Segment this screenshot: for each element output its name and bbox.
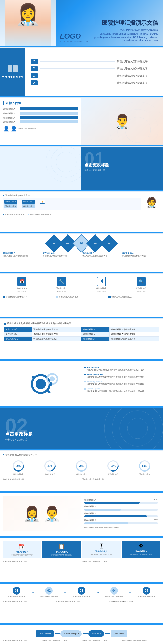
logo-subtitle: The Website has channels as China	[60, 40, 88, 42]
person-left: 👩‍⚕️ 👨‍⚕️	[3, 496, 82, 531]
gear-desc-1: 请在此处输入您的标题文字内容请在此处输入您的标题文字内容	[87, 368, 144, 371]
gear-label-3: Rotating Motion 请在此处输入您的标题文字内容请在此处输入您的标题…	[84, 380, 158, 386]
gear-title-4: Gyrate Speed	[87, 388, 144, 390]
stat-row-4: 请在此处输入 60%	[84, 519, 158, 524]
chain-connector-2	[83, 633, 88, 634]
person-icon-large: 👩‍⚕️	[23, 505, 41, 522]
diamond-4: →	[100, 234, 118, 253]
flow-arrow-3: →	[18, 205, 21, 208]
sq-2	[56, 296, 58, 298]
chain-connector-3	[105, 633, 110, 634]
gear-title-1: Transmission	[87, 366, 144, 368]
chain-label-4: Distribution	[114, 633, 124, 635]
icon-bar-1	[8, 65, 12, 72]
svg-point-3	[56, 152, 76, 172]
stat-row-1: 请在此处输入 75%	[84, 498, 158, 504]
gauge-desc-2: 请在此处输入您的标题文字	[82, 478, 161, 481]
flow-box-5: 请在此处输入	[22, 204, 35, 208]
stat-val-2: 50%	[154, 505, 158, 508]
content-line-1	[40, 61, 115, 62]
svg-point-7	[36, 379, 46, 389]
content-item-4: 04 请在此处输入您的标题文字	[31, 80, 158, 85]
contents-label: CONTENTS	[2, 75, 24, 79]
svg-rect-12	[31, 382, 33, 386]
gauge-desc-1: 请在此处输入您的标题文字	[3, 478, 81, 481]
steps-desc-row: 请在此处输入您的标题文字内容 请在此处输入您的标题文字内容 请在此处输入您的标题…	[3, 598, 160, 603]
cell-1-3: 请在此处输入	[82, 327, 109, 332]
slide-info-doctor: 汇报入院填 请在此处输入 请在此处输入 请在此处输入 请在此处输入	[0, 97, 163, 145]
icon-cards-grid: 📅 请在此处输入 请在此处输入您的标题文字内容 📋 请在此处输入 请在此处输入您…	[3, 541, 160, 558]
gauge-label-1: 请在此处输入	[13, 473, 24, 476]
step-label-4: 请在此处输入您的标题	[105, 595, 123, 598]
cell-1-4: 请在此处输入您的标题文字	[109, 327, 159, 332]
chain-label-1: Raw Material	[39, 633, 51, 635]
step-num-1: 01	[13, 587, 20, 595]
svg-text:60%: 60%	[16, 465, 21, 467]
content-text-3: 请在此处输入您的标题文字	[117, 74, 158, 78]
content-num-3: 03	[31, 73, 38, 78]
steps-desc-1: 请在此处输入您的标题文字内容	[3, 600, 54, 603]
icon-cell-2: 🔧 请在此处输入 标题文字内容	[43, 277, 80, 293]
chain-desc-1: 请在此处输入您的标题文字内容	[3, 639, 41, 642]
stat-bar-fill-2	[84, 509, 121, 511]
step-4: 04 请在此处输入您的标题	[100, 587, 128, 598]
info-label-3: 请在此处输入	[3, 116, 18, 119]
content-num-2: 02	[31, 66, 38, 71]
icon-label-2: 请在此处输入	[56, 287, 67, 290]
gauge-label-4: 请在此处输入	[108, 473, 118, 476]
diamond-labels: 请在此处输入 请在此处输入您的标题文字内容 请在此处输入 请在此处输入您的标题文…	[3, 252, 160, 257]
svg-text:40%: 40%	[47, 465, 52, 467]
content-num-1: 01	[31, 59, 38, 64]
bottom-label-row: 请在此处输入您的标题文字 请在此处输入您的标题文字 请在此处输入您的标题文字	[3, 295, 160, 298]
flow-box-1: 请在此处输入	[4, 200, 17, 204]
diamond-label-3: 请在此处输入 请在此处输入您的标题文字内容	[82, 252, 120, 257]
stat-val-1: 75%	[154, 498, 158, 501]
bottom-label-3: 请在此处输入您的标题文字	[108, 295, 160, 298]
accent-sq-1	[3, 195, 4, 196]
sq-3	[108, 296, 111, 298]
gauge-5: 80% 请在此处输入	[138, 460, 151, 476]
card-desc-3: 请在此处输入您的标题文字内容	[84, 554, 119, 556]
cell-2-2: 请在此处输入您的标题文字	[32, 332, 82, 337]
svg-point-17	[120, 411, 155, 446]
steps-desc-3: 请在此处输入您的标题文字内容	[109, 600, 160, 603]
icon-cell-1: 📅 请在此处输入 标题文字内容	[3, 277, 41, 293]
card-icon-2: 📋	[44, 543, 79, 550]
gear-right: Transmission 请在此处输入您的标题文字内容请在此处输入您的标题文字内…	[82, 364, 160, 402]
flow-label-item-2: 请在此处输入您的标题文字	[28, 213, 51, 216]
svg-point-16	[127, 418, 148, 439]
info-row-2: 请在此处输入	[3, 112, 78, 115]
steps-desc-2: 请在此处输入您的标题文字内容	[56, 600, 107, 603]
icon-card-3: 🗄 请在此处输入 请在此处输入您的标题文字内容	[82, 541, 121, 558]
icon-label-4: 请在此处输入	[136, 287, 146, 290]
slide-section02: 02 点击更改标题 单击此处可以编辑文字	[0, 408, 163, 449]
slide-person-stats: 👩‍⚕️ 👨‍⚕️ 请在此处输入 75% 请在此处输入 50%	[0, 493, 163, 536]
sq-1	[3, 296, 5, 298]
slide-hero: LOGO The Website has channels as China 医…	[0, 0, 163, 46]
step-label-3: 请在此处输入您的标题	[73, 595, 90, 598]
flow-arrow-1: →	[18, 200, 21, 203]
data-table: 请在此处输入 请在此处输入您的标题文字 请在此处输入 请在此处输入您的标题文字 …	[4, 327, 159, 341]
gear-title-3: Rotating Motion	[87, 380, 144, 383]
icon-cell-3: 🗄 请在此处输入 标题文字内容	[83, 277, 120, 293]
table-intro-text: 请在此处输入您的标题文字内容请在此处输入您的标题文字内容	[7, 322, 71, 325]
stat-bar-fill-3	[84, 515, 147, 517]
tool-icon: 🔧	[57, 277, 66, 286]
flow-right: 🧑‍⚕️	[143, 194, 160, 211]
step-arrow-2: →	[64, 591, 67, 594]
cell-2-3: 请在此处输入	[82, 332, 109, 337]
chain-desc-4: 请在此处输入您的标题文字内容	[122, 639, 160, 642]
contents-list: 01 请在此处输入您的标题文字 02 请在此处输入您的标题文字 03 请在此处输…	[25, 48, 163, 96]
chain-connector-1	[55, 633, 60, 634]
gear-label-4: Gyrate Speed 请在此处输入您的标题文字内容请在此处输入您的标题文字内…	[84, 388, 158, 393]
flow-labels-row: 请在此处输入您的标题文字 请在此处输入您的标题文字	[3, 213, 160, 216]
content-text-4: 请在此处输入您的标题文字	[117, 81, 158, 85]
gear-title-2: Reduction Brake	[87, 373, 144, 376]
cell-1-2: 请在此处输入您的标题文字	[32, 327, 82, 332]
bottom-text-2: 请在此处输入您的标题文字	[59, 295, 80, 298]
icon-card-1: 📅 请在此处输入 请在此处输入您的标题文字内容	[3, 541, 41, 558]
content-item-1: 01 请在此处输入您的标题文字	[31, 59, 158, 64]
step-arrow-4: →	[129, 591, 132, 594]
diamond-label-2: 请在此处输入 请在此处输入您的标题文字内容	[43, 252, 81, 257]
flow-row-1: 请在此处输入 → 请在此处输入 → 🏆	[4, 200, 140, 204]
